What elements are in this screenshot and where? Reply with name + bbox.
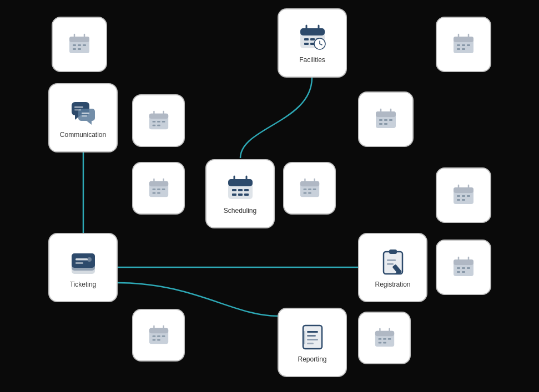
svg-rect-124 xyxy=(303,325,322,349)
svg-rect-71 xyxy=(238,194,243,196)
svg-rect-109 xyxy=(462,267,465,269)
svg-rect-103 xyxy=(387,263,394,265)
svg-rect-128 xyxy=(307,339,318,340)
svg-rect-58 xyxy=(152,189,155,190)
node-facilities[interactable]: Facilities xyxy=(278,8,347,78)
svg-rect-129 xyxy=(307,343,314,344)
svg-rect-49 xyxy=(379,119,382,121)
svg-rect-110 xyxy=(467,267,470,269)
svg-rect-34 xyxy=(82,113,89,114)
svg-rect-117 xyxy=(152,335,155,337)
svg-rect-135 xyxy=(387,338,391,340)
svg-rect-85 xyxy=(454,187,473,193)
calendar-icon-4 xyxy=(374,107,398,131)
svg-rect-11 xyxy=(304,38,309,40)
svg-rect-97 xyxy=(75,262,83,264)
svg-rect-3 xyxy=(78,44,81,46)
svg-rect-66 xyxy=(228,179,253,186)
svg-point-98 xyxy=(87,257,92,262)
svg-rect-136 xyxy=(378,342,381,343)
svg-rect-61 xyxy=(152,192,155,194)
svg-rect-102 xyxy=(387,259,396,261)
svg-rect-59 xyxy=(157,189,160,190)
svg-rect-50 xyxy=(384,119,387,121)
svg-rect-133 xyxy=(378,338,381,340)
reporting-icon xyxy=(298,322,328,352)
svg-rect-41 xyxy=(157,121,160,123)
svg-rect-80 xyxy=(303,192,306,194)
registration-icon xyxy=(378,247,408,277)
ticketing-label: Ticketing xyxy=(70,281,97,288)
svg-rect-62 xyxy=(157,192,160,194)
svg-rect-108 xyxy=(457,267,460,269)
node-r5-cal2[interactable] xyxy=(358,312,411,364)
svg-rect-72 xyxy=(244,194,249,196)
svg-rect-137 xyxy=(383,342,386,343)
svg-rect-24 xyxy=(462,44,465,46)
communication-label: Communication xyxy=(60,131,106,139)
node-communication[interactable]: Communication xyxy=(48,83,118,152)
svg-rect-25 xyxy=(467,44,470,46)
calendar-icon-5 xyxy=(147,177,170,200)
node-reporting[interactable]: Reporting xyxy=(278,308,347,377)
svg-rect-37 xyxy=(74,109,81,111)
node-topleft-calendar[interactable] xyxy=(52,17,107,72)
node-r3-cal1[interactable] xyxy=(132,162,185,215)
node-r2-cal1[interactable] xyxy=(132,94,185,147)
node-topright-calendar[interactable] xyxy=(436,17,491,72)
svg-rect-96 xyxy=(75,258,88,261)
scheduling-icon xyxy=(225,174,255,203)
svg-rect-1 xyxy=(69,37,89,42)
svg-rect-4 xyxy=(83,44,86,46)
svg-rect-86 xyxy=(457,195,460,197)
svg-rect-57 xyxy=(149,181,168,186)
svg-rect-70 xyxy=(232,194,236,196)
calendar-icon xyxy=(67,32,92,57)
svg-rect-132 xyxy=(375,330,394,336)
svg-rect-53 xyxy=(384,123,387,125)
communication-icon xyxy=(68,98,98,128)
calendar-icon-3 xyxy=(147,109,170,133)
svg-rect-116 xyxy=(149,328,168,333)
svg-rect-81 xyxy=(308,192,311,194)
node-r5-cal1[interactable] xyxy=(132,309,185,362)
svg-rect-101 xyxy=(389,250,397,254)
node-r3-cal2[interactable] xyxy=(283,162,336,215)
node-ticketing[interactable]: Ticketing xyxy=(48,233,118,302)
svg-rect-107 xyxy=(454,259,473,265)
svg-rect-126 xyxy=(307,331,318,333)
svg-rect-121 xyxy=(157,339,160,340)
node-scheduling[interactable]: Scheduling xyxy=(205,159,275,228)
svg-rect-5 xyxy=(73,48,76,50)
svg-rect-120 xyxy=(152,339,155,340)
svg-marker-33 xyxy=(87,121,92,125)
svg-rect-43 xyxy=(152,124,155,126)
svg-rect-12 xyxy=(310,38,315,40)
facilities-label: Facilities xyxy=(299,56,325,64)
svg-rect-39 xyxy=(149,113,168,119)
svg-rect-67 xyxy=(232,189,236,191)
svg-rect-51 xyxy=(389,119,392,121)
svg-rect-35 xyxy=(82,115,87,117)
svg-rect-26 xyxy=(457,48,460,50)
node-r3-cal3[interactable] xyxy=(436,167,491,223)
svg-rect-77 xyxy=(303,189,306,190)
svg-rect-87 xyxy=(462,195,465,197)
svg-rect-76 xyxy=(300,181,319,186)
calendar-icon-7 xyxy=(451,183,476,207)
diagram-container: Facilities xyxy=(0,0,539,392)
svg-rect-42 xyxy=(162,121,165,123)
svg-rect-6 xyxy=(78,48,81,50)
svg-rect-90 xyxy=(462,199,465,201)
svg-rect-36 xyxy=(74,106,83,108)
node-registration[interactable]: Registration xyxy=(358,233,427,302)
facilities-icon xyxy=(298,23,328,53)
svg-rect-2 xyxy=(73,44,76,46)
calendar-icon-2 xyxy=(451,32,476,57)
svg-rect-111 xyxy=(457,271,460,273)
svg-rect-52 xyxy=(379,123,382,125)
svg-rect-10 xyxy=(300,28,325,35)
svg-rect-44 xyxy=(157,124,160,126)
node-r2-cal2[interactable] xyxy=(358,91,414,147)
node-r4-cal1[interactable] xyxy=(436,240,491,295)
